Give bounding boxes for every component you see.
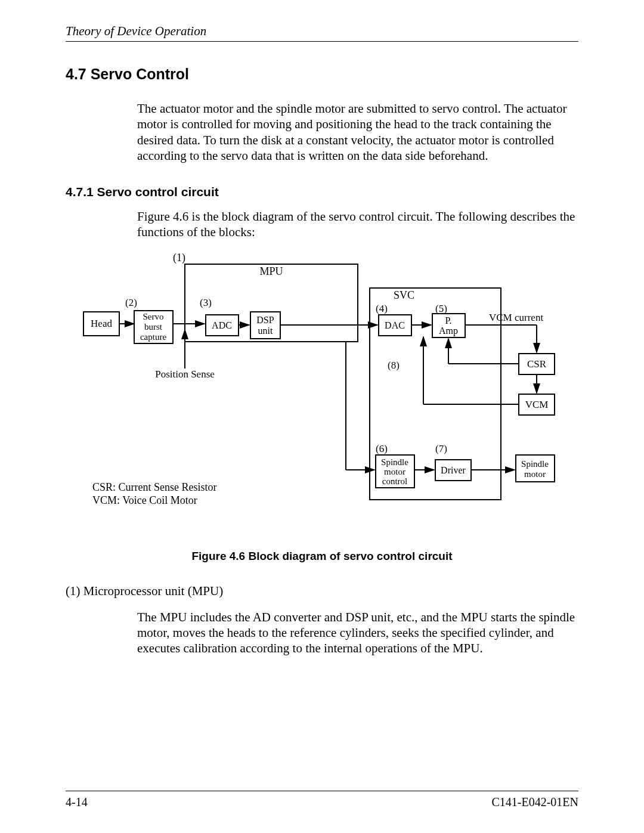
label-driver: Driver bbox=[441, 465, 466, 475]
label-csr: CSR bbox=[527, 358, 547, 370]
legend-vcm: VCM: Voice Coil Motor bbox=[92, 494, 197, 506]
list-item-1-head: (1) Microprocessor unit (MPU) bbox=[66, 584, 578, 599]
label-spm1: Spindle bbox=[381, 457, 408, 467]
figure-block-diagram: (1) MPU SVC Head (2) Servo burst capture… bbox=[72, 252, 578, 529]
label-capture: capture bbox=[140, 332, 166, 342]
label-sp1: Spindle bbox=[521, 459, 549, 469]
label-mpu: MPU bbox=[259, 265, 283, 277]
label-sp2: motor bbox=[524, 469, 546, 479]
page: Theory of Device Operation 4.7 Servo Con… bbox=[0, 0, 644, 833]
label-pamp1: P. bbox=[445, 315, 451, 326]
label-vcm-current: VCM current bbox=[489, 312, 543, 323]
subsection-title: 4.7.1 Servo control circuit bbox=[66, 185, 578, 199]
doc-id: C141-E042-01EN bbox=[491, 795, 578, 809]
figure-caption: Figure 4.6 Block diagram of servo contro… bbox=[66, 550, 578, 563]
label-1: (1) bbox=[173, 252, 185, 264]
label-spm3: control bbox=[382, 476, 408, 486]
label-burst: burst bbox=[144, 322, 163, 332]
label-3: (3) bbox=[200, 297, 212, 308]
label-vcm: VCM bbox=[525, 399, 549, 410]
label-pos-sense: Position Sense bbox=[155, 368, 215, 380]
label-dac: DAC bbox=[385, 320, 405, 330]
label-6: (6) bbox=[376, 443, 388, 454]
label-4: (4) bbox=[376, 303, 388, 314]
label-8: (8) bbox=[388, 360, 400, 371]
subsection-paragraph: Figure 4.6 is the block diagram of the s… bbox=[137, 209, 578, 240]
label-adc: ADC bbox=[212, 320, 232, 330]
label-head: Head bbox=[91, 318, 112, 329]
running-head: Theory of Device Operation bbox=[66, 24, 578, 42]
servo-block-diagram-svg: (1) MPU SVC Head (2) Servo burst capture… bbox=[72, 252, 572, 527]
label-servo: Servo bbox=[143, 312, 164, 321]
label-7: (7) bbox=[435, 443, 447, 454]
label-spm2: motor bbox=[384, 467, 405, 476]
label-5: (5) bbox=[435, 303, 447, 314]
section-title: 4.7 Servo Control bbox=[66, 66, 578, 83]
label-dsp: DSP bbox=[256, 315, 274, 325]
label-2: (2) bbox=[125, 297, 137, 308]
legend-csr: CSR: Current Sense Resistor bbox=[92, 481, 217, 493]
label-dsp-unit: unit bbox=[258, 326, 273, 336]
page-number: 4-14 bbox=[66, 795, 88, 809]
footer-rule bbox=[66, 791, 578, 791]
list-item-1-body: The MPU includes the AD converter and DS… bbox=[137, 609, 578, 657]
section-paragraph: The actuator motor and the spindle motor… bbox=[137, 101, 578, 163]
label-svc: SVC bbox=[394, 289, 414, 301]
label-pamp2: Amp bbox=[439, 326, 458, 336]
